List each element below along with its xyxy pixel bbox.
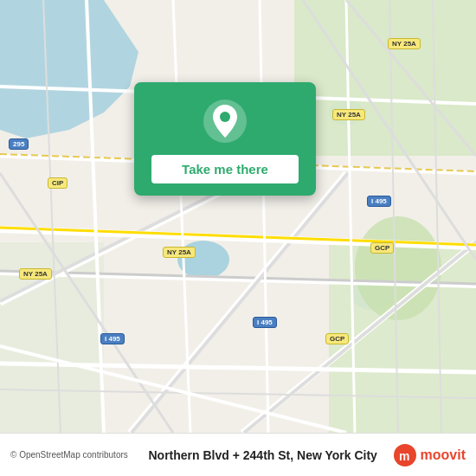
moovit-icon: m bbox=[393, 443, 417, 467]
road-label-ny25a-mid-right: NY 25A bbox=[332, 109, 365, 120]
take-me-there-button[interactable]: Take me there bbox=[151, 155, 299, 183]
road-label-cip: CIP bbox=[48, 177, 68, 189]
road-label-ny25a-left: NY 25A bbox=[19, 268, 52, 280]
moovit-brand-name: moovit bbox=[421, 447, 466, 463]
bottom-bar: © OpenStreetMap contributors Northern Bl… bbox=[0, 433, 476, 476]
map-view: NY 25A NY 25A I 495 GCP 295 CIP NY 25A N… bbox=[0, 0, 476, 433]
copyright-text: © OpenStreetMap contributors bbox=[10, 450, 133, 460]
svg-text:m: m bbox=[399, 449, 409, 463]
road-label-ny25a-bottom: NY 25A bbox=[163, 247, 196, 258]
road-label-i495-bottom-left: I 495 bbox=[100, 333, 125, 344]
road-label-295-left: 295 bbox=[9, 138, 29, 150]
location-card: Take me there bbox=[134, 82, 316, 196]
svg-point-35 bbox=[220, 112, 230, 122]
location-pin-icon bbox=[202, 98, 248, 145]
svg-rect-4 bbox=[294, 0, 476, 156]
road-label-i495-bottom-mid: I 495 bbox=[253, 317, 277, 328]
road-label-ny25a-top: NY 25A bbox=[388, 38, 421, 49]
road-label-gcp-right: GCP bbox=[370, 242, 394, 254]
road-label-i495-right: I 495 bbox=[367, 196, 391, 207]
road-label-gcp-bottom: GCP bbox=[325, 333, 349, 344]
location-title: Northern Blvd + 244th St, New York City bbox=[140, 448, 386, 462]
moovit-logo: m moovit bbox=[393, 443, 466, 467]
map-background bbox=[0, 0, 476, 433]
